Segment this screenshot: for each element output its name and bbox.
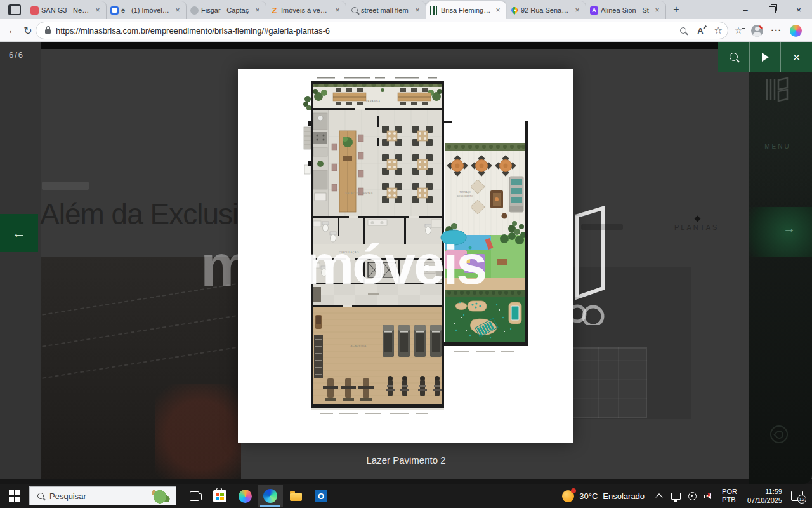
lightbox-image[interactable]: VARANDA [238, 69, 573, 443]
gallery-controls: × [718, 42, 812, 72]
tab-maps[interactable]: 92 Rua Sena Ma × [506, 1, 586, 19]
lock-icon [45, 29, 51, 34]
close-window-button[interactable]: × [785, 0, 812, 19]
microsoft-store-button[interactable] [207, 485, 232, 507]
speaker-icon [706, 493, 711, 499]
remote-session-icon[interactable] [685, 484, 699, 508]
taskbar-search-input[interactable]: Pesquisar [29, 486, 176, 505]
play-icon [762, 53, 769, 62]
browser-toolbar: ← ↻ https://minasbrisa.com.br/empreendim… [0, 19, 812, 42]
lang-line2: PTB [722, 496, 737, 504]
nav-item-plantas[interactable]: PLANTAS [674, 224, 719, 231]
copilot-taskbar-button[interactable] [232, 485, 258, 507]
tab-close-icon[interactable]: × [413, 6, 422, 15]
tab-close-icon[interactable]: × [653, 6, 662, 15]
favicon-imovel [110, 6, 119, 15]
site-logo-icon [764, 75, 791, 104]
network-icon[interactable] [669, 484, 683, 508]
site-sidebar [749, 42, 812, 484]
tab-close-icon[interactable]: × [253, 6, 262, 15]
page-footer-strip [0, 479, 812, 484]
url-text[interactable]: https://minasbrisa.com.br/empreendimento… [56, 26, 330, 36]
avatar-icon [751, 25, 763, 37]
tab-title: ê - (1) Imóvel se [121, 6, 171, 14]
minimize-button[interactable]: – [732, 0, 759, 19]
gallery-zoom-button[interactable] [718, 42, 749, 72]
map-pin-icon [509, 6, 518, 15]
nav-item-dimmed[interactable] [581, 224, 623, 230]
tab-title: SAN G3 - Netim [41, 6, 91, 14]
zoom-icon[interactable] [680, 27, 686, 34]
notification-center-button[interactable]: 12 [791, 491, 803, 501]
weather-widget[interactable]: 30°C Ensolarado [556, 490, 651, 502]
weather-alert-dot [571, 488, 576, 493]
address-bar[interactable]: https://minasbrisa.com.br/empreendimento… [36, 22, 728, 39]
task-view-icon [190, 491, 199, 501]
language-indicator[interactable]: POR PTB [717, 488, 742, 504]
whatsapp-icon[interactable] [770, 425, 788, 443]
tab-close-icon[interactable]: × [333, 6, 342, 15]
ellipsis-icon: ··· [771, 25, 782, 36]
copilot-icon[interactable] [788, 23, 803, 37]
new-tab-button[interactable]: + [669, 2, 684, 17]
store-icon [213, 490, 226, 502]
sun-icon [562, 490, 574, 502]
gallery-close-button[interactable]: × [780, 42, 812, 72]
watermark-text: móveis [304, 232, 485, 297]
file-explorer-button[interactable] [283, 485, 308, 507]
notification-badge: 12 [797, 495, 806, 504]
screen: SAN G3 - Netim × ê - (1) Imóvel se × Fis… [0, 0, 812, 508]
gallery-play-button[interactable] [749, 42, 781, 72]
favicon-zap-z: Z [270, 6, 278, 15]
tab-title: Brisa Fleming | M [441, 6, 491, 14]
tab-zap-imoveis[interactable]: Z Imóveis à venda × [266, 1, 346, 19]
prev-arrow-button[interactable]: ← [0, 214, 38, 252]
tray-expand-chevron[interactable] [652, 484, 666, 508]
favorite-star-icon[interactable]: ☆ [714, 25, 723, 36]
favorites-hub-icon[interactable]: ☆ [731, 23, 746, 37]
menu-button[interactable]: MENU [763, 135, 792, 156]
clock-date: 07/10/2025 [747, 496, 782, 505]
outlook-icon: O [315, 490, 327, 502]
tab-title: street mall flem [361, 6, 410, 14]
taskbar-clock[interactable]: 11:59 07/10/2025 [742, 487, 787, 505]
tab-san-g3[interactable]: SAN G3 - Netim × [27, 1, 107, 19]
tab-imovel[interactable]: ê - (1) Imóvel se × [107, 1, 187, 19]
read-aloud-icon[interactable]: A [697, 26, 703, 36]
outlook-button[interactable]: O [308, 485, 334, 507]
monitor-icon [671, 493, 681, 500]
tab-close-icon[interactable]: × [173, 6, 182, 15]
settings-menu-icon[interactable]: ··· [769, 23, 784, 37]
tab-fisgar[interactable]: Fisgar - Captaç × [187, 1, 266, 19]
label-terraco-2: DESCOBERTO [457, 195, 473, 197]
start-button[interactable] [0, 484, 29, 508]
tab-close-icon[interactable]: × [93, 6, 102, 15]
search-placeholder: Pesquisar [49, 491, 86, 501]
restore-button[interactable] [759, 0, 785, 19]
tab-title: Fisgar - Captaç [201, 6, 251, 14]
back-button[interactable]: ← [5, 23, 20, 37]
edge-taskbar-button[interactable] [258, 485, 283, 507]
favicon-search-icon [350, 6, 358, 15]
tab-actions-icon[interactable] [5, 1, 24, 18]
tab-actions-glyph [8, 4, 21, 15]
label-terraco-1: TERRAÇO [459, 191, 471, 194]
favicon-fisgar [190, 6, 199, 15]
section-heading: Além da Exclusiv [40, 197, 252, 231]
next-arrow-button[interactable]: → [783, 221, 796, 236]
search-daily-image [145, 488, 174, 504]
tab-brisa-fleming-active[interactable]: Brisa Fleming | M × [426, 1, 506, 19]
tab-title: 92 Rua Sena Ma [521, 6, 570, 14]
tab-close-icon[interactable]: × [573, 6, 582, 15]
windows-taskbar: Pesquisar O 30°C Ensolarado [0, 484, 812, 508]
weather-text: 30°C Ensolarado [579, 491, 645, 501]
tab-street-mall[interactable]: street mall flem × [346, 1, 426, 19]
system-tray: 30°C Ensolarado POR PTB 11:59 07/10/2025… [556, 484, 812, 508]
reload-button[interactable]: ↻ [20, 23, 36, 37]
profile-avatar[interactable] [749, 23, 764, 37]
task-view-button[interactable] [181, 485, 207, 507]
tab-close-icon[interactable]: × [494, 6, 502, 15]
label-academia: ACADEMIA [350, 344, 366, 347]
volume-muted-icon[interactable] [702, 484, 716, 508]
tab-alinea[interactable]: A Alinea Sion - St × [586, 1, 666, 19]
